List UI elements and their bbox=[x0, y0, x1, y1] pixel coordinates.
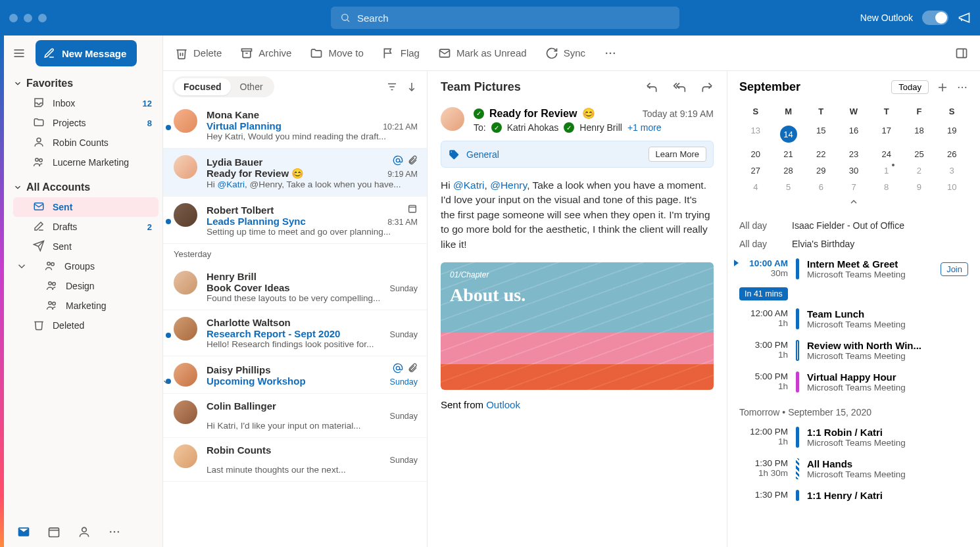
sidebar-item[interactable]: Marketing bbox=[13, 296, 159, 316]
calendar-day[interactable]: 18 bbox=[903, 122, 936, 146]
calendar-day[interactable]: 4 bbox=[739, 179, 772, 195]
sync-button[interactable]: Sync bbox=[545, 47, 585, 60]
mail-list-scroll[interactable]: Mona Kane Virtual Planning10:21 AM Hey K… bbox=[163, 103, 427, 547]
more-recipients-link[interactable]: +1 more bbox=[627, 122, 662, 133]
more-icon[interactable] bbox=[108, 525, 121, 538]
event-item[interactable]: 1:30 PM1h 30m All HandsMicrosoft Teams M… bbox=[727, 453, 980, 485]
flag-button[interactable]: Flag bbox=[382, 47, 420, 60]
learn-more-button[interactable]: Learn More bbox=[649, 147, 706, 162]
calendar-day[interactable]: 20 bbox=[739, 146, 772, 162]
recipient[interactable]: Henry Brill bbox=[579, 122, 622, 133]
calendar-day[interactable]: 17 bbox=[870, 122, 903, 146]
zoom-window-icon[interactable] bbox=[38, 14, 47, 22]
event-item[interactable]: 12:00 PM1h 1:1 Robin / KatriMicrosoft Te… bbox=[727, 421, 980, 453]
calendar-day[interactable]: 15 bbox=[804, 122, 837, 146]
calendar-day[interactable]: 8 bbox=[870, 179, 903, 195]
calendar-day[interactable]: 29 bbox=[804, 162, 837, 179]
archive-button[interactable]: Archive bbox=[240, 47, 291, 60]
calendar-day[interactable]: 6 bbox=[804, 179, 837, 195]
join-button[interactable]: Join bbox=[941, 262, 968, 276]
calendar-day[interactable]: 5 bbox=[772, 179, 805, 195]
message-item[interactable]: Robert Tolbert Leads Planning Sync8:31 A… bbox=[163, 197, 427, 244]
sidebar-item[interactable]: Design bbox=[13, 276, 159, 296]
agenda-more-icon[interactable] bbox=[956, 82, 968, 93]
calendar-icon[interactable] bbox=[47, 525, 61, 538]
calendar-day[interactable]: 30 bbox=[837, 162, 870, 179]
mark-unread-button[interactable]: Mark as Unread bbox=[438, 47, 527, 60]
sort-icon[interactable] bbox=[406, 81, 418, 93]
all-accounts-header[interactable]: All Accounts bbox=[13, 178, 159, 197]
calendar-day[interactable]: 14 bbox=[772, 122, 805, 146]
moveto-button[interactable]: Move to bbox=[310, 47, 363, 60]
event-item[interactable]: 3:00 PM1h Review with North Win...Micros… bbox=[727, 335, 980, 366]
sidebar-item[interactable]: Deleted bbox=[13, 316, 159, 335]
minimize-window-icon[interactable] bbox=[24, 14, 32, 22]
calendar-day[interactable]: 2 bbox=[903, 162, 936, 179]
event-item[interactable]: 5:00 PM1h Virtual Happy HourMicrosoft Te… bbox=[727, 366, 980, 398]
sidebar-item[interactable]: Inbox12 bbox=[13, 93, 159, 113]
tab-focused[interactable]: Focused bbox=[174, 78, 231, 95]
mention[interactable]: @Henry bbox=[490, 179, 527, 191]
forward-icon[interactable] bbox=[700, 81, 714, 94]
calendar-day[interactable]: 23 bbox=[837, 146, 870, 162]
collapse-pane-button[interactable] bbox=[955, 47, 968, 60]
recipient[interactable]: Katri Ahokas bbox=[507, 122, 559, 133]
calendar-day[interactable]: 24 bbox=[870, 146, 903, 162]
allday-event[interactable]: All dayIsaac Fielder - Out of Office bbox=[727, 216, 980, 235]
megaphone-icon[interactable] bbox=[958, 11, 971, 24]
allday-event[interactable]: All dayElvia's Birthday bbox=[727, 235, 980, 253]
message-item[interactable]: Daisy Phillips Upcoming WorkshopSunday bbox=[163, 356, 427, 394]
calendar-day[interactable]: 25 bbox=[903, 146, 936, 162]
calendar-day[interactable]: 26 bbox=[935, 146, 968, 162]
reply-icon[interactable] bbox=[645, 81, 658, 94]
hamburger-button[interactable] bbox=[9, 43, 29, 63]
calendar-day[interactable]: 10 bbox=[935, 179, 968, 195]
sidebar-item[interactable]: Sent bbox=[13, 237, 159, 256]
calendar-collapse[interactable] bbox=[739, 195, 968, 214]
calendar-day[interactable]: 9 bbox=[903, 179, 936, 195]
message-item[interactable]: Mona Kane Virtual Planning10:21 AM Hey K… bbox=[163, 103, 427, 149]
calendar-day[interactable]: 3 bbox=[935, 162, 968, 179]
window-controls[interactable] bbox=[9, 14, 47, 22]
event-item[interactable]: 10:00 AM30m Intern Meet & GreetMicrosoft… bbox=[727, 253, 980, 285]
calendar-day[interactable]: 7 bbox=[837, 179, 870, 195]
calendar-day[interactable]: 22 bbox=[804, 146, 837, 162]
sidebar-item[interactable]: Projects8 bbox=[13, 113, 159, 133]
sidebar-item[interactable]: Drafts2 bbox=[13, 217, 159, 237]
sidebar-item[interactable]: Lucerne Marketing bbox=[13, 153, 159, 172]
people-icon[interactable] bbox=[78, 525, 91, 538]
mail-icon[interactable] bbox=[17, 525, 30, 538]
add-event-icon[interactable] bbox=[937, 82, 948, 93]
sidebar-item[interactable]: Robin Counts bbox=[13, 133, 159, 153]
delete-button[interactable]: Delete bbox=[175, 47, 222, 60]
outlook-link[interactable]: Outlook bbox=[486, 399, 520, 410]
message-item[interactable]: Robin Counts Sunday Last minute thoughts… bbox=[163, 438, 427, 482]
mention[interactable]: @Katri bbox=[453, 179, 485, 191]
event-list[interactable]: All dayIsaac Fielder - Out of OfficeAll … bbox=[727, 216, 980, 547]
more-button[interactable] bbox=[604, 47, 617, 60]
new-outlook-toggle[interactable] bbox=[922, 11, 948, 25]
calendar-day[interactable]: 16 bbox=[837, 122, 870, 146]
close-window-icon[interactable] bbox=[9, 14, 18, 22]
message-item[interactable]: Henry Brill Book Cover IdeasSunday Found… bbox=[163, 264, 427, 310]
message-item[interactable]: Charlotte Waltson Research Report - Sept… bbox=[163, 310, 427, 356]
message-item[interactable]: Lydia Bauer Ready for Review 😊9:19 AM Hi… bbox=[163, 149, 427, 197]
message-item[interactable]: Colin Ballinger Sunday Hi Katri, I'd lik… bbox=[163, 394, 427, 438]
event-item[interactable]: 1:30 PM 1:1 Henry / Katri bbox=[727, 485, 980, 506]
calendar-day[interactable]: 27 bbox=[739, 162, 772, 179]
sidebar-item[interactable]: Groups bbox=[13, 256, 159, 276]
calendar-day[interactable]: 1 bbox=[870, 162, 903, 179]
sidebar-item[interactable]: Sent bbox=[13, 197, 159, 217]
calendar-day[interactable]: 28 bbox=[772, 162, 805, 179]
new-message-button[interactable]: New Message bbox=[36, 40, 137, 66]
calendar-day[interactable]: 19 bbox=[935, 122, 968, 146]
search-input[interactable] bbox=[357, 12, 670, 24]
reply-all-icon[interactable] bbox=[673, 81, 686, 94]
calendar-day[interactable]: 13 bbox=[739, 122, 772, 146]
tab-other[interactable]: Other bbox=[231, 78, 272, 95]
filter-icon[interactable] bbox=[386, 81, 398, 93]
event-item[interactable]: 12:00 AM1h Team LunchMicrosoft Teams Mee… bbox=[727, 303, 980, 335]
today-button[interactable]: Today bbox=[891, 80, 929, 94]
message-image[interactable]: 01/Chapter About us. bbox=[441, 262, 714, 390]
favorites-header[interactable]: Favorites bbox=[13, 74, 159, 93]
